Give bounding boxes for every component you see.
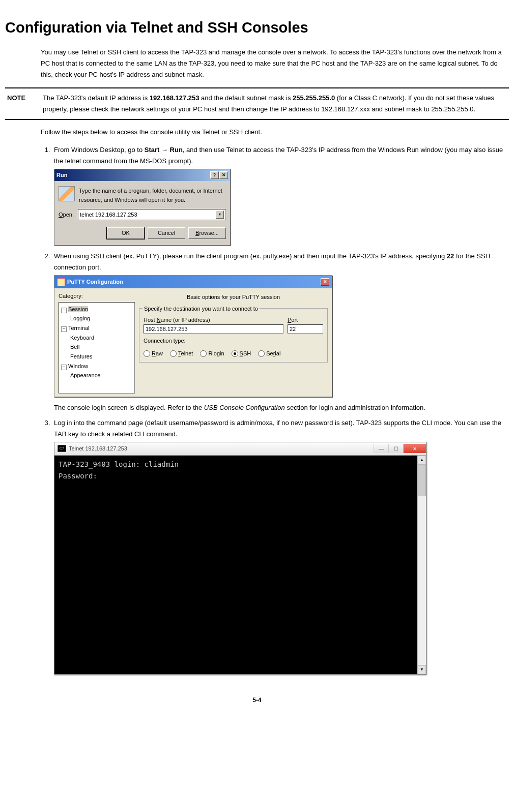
putty-icon	[57, 278, 65, 286]
minimize-icon[interactable]: —	[374, 444, 388, 453]
terminal-output[interactable]: TAP-323_9403 login: cliadminPassword:	[54, 456, 417, 674]
radio-telnet[interactable]: Telnet	[170, 349, 193, 358]
run-description: Type the name of a program, folder, docu…	[79, 186, 226, 205]
cmd-icon: C:\	[58, 445, 66, 452]
note-label: NOTE	[5, 93, 43, 115]
port-input[interactable]	[288, 324, 323, 334]
putty-titlebar: PuTTY Configuration ✕	[54, 276, 332, 288]
run-titlebar: Run ? ✕	[54, 169, 230, 181]
telnet-window: C:\ Telnet 192.168.127.253 — ☐ ✕ TAP-323…	[54, 442, 426, 675]
host-label: Host Name (or IP address)	[144, 315, 283, 325]
note-text: The TAP-323's default IP address is 192.…	[43, 93, 509, 115]
scroll-up-icon[interactable]: ▲	[418, 456, 426, 465]
follow-text: Follow the steps below to access the con…	[41, 127, 504, 138]
note-block: NOTE The TAP-323's default IP address is…	[5, 87, 509, 120]
radio-rlogin[interactable]: Rlogin	[200, 349, 224, 358]
step-3: Log in into the command page (default us…	[52, 417, 504, 675]
category-label: Category:	[59, 291, 135, 301]
category-tree[interactable]: −Session Logging −Terminal Keyboard Bell…	[59, 302, 135, 394]
run-title-text: Run	[56, 170, 67, 180]
help-icon[interactable]: ?	[210, 171, 219, 179]
scroll-thumb[interactable]	[418, 465, 426, 496]
putty-title-text: PuTTY Configuration	[67, 277, 123, 287]
cancel-button[interactable]: Cancel	[148, 227, 185, 239]
scroll-down-icon[interactable]: ▼	[418, 665, 426, 674]
chevron-down-icon[interactable]: ▼	[216, 210, 224, 219]
close-icon[interactable]: ✕	[321, 278, 329, 286]
connection-type-label: Connection type:	[144, 336, 323, 346]
radio-ssh[interactable]: SSH	[232, 349, 251, 358]
putty-header: Basic options for your PuTTY session	[139, 291, 328, 305]
radio-serial[interactable]: Serial	[258, 349, 280, 358]
page-number: 5-4	[5, 695, 509, 705]
run-dialog: Run ? ✕ Type the name of a program, fold…	[54, 169, 231, 246]
port-label: Port	[288, 315, 323, 325]
step-1: From Windows Desktop, go to Start → Run,…	[52, 144, 504, 246]
telnet-titlebar: C:\ Telnet 192.168.127.253 — ☐ ✕	[54, 442, 426, 456]
run-app-icon	[59, 186, 75, 201]
close-icon[interactable]: ✕	[403, 444, 426, 453]
open-input[interactable]: telnet 192.168.127.253 ▼	[78, 209, 226, 220]
page-title: Configuration via Telnet and SSH Console…	[5, 15, 509, 40]
host-input[interactable]	[144, 324, 283, 334]
ok-button[interactable]: OK	[107, 227, 145, 239]
putty-dialog: PuTTY Configuration ✕ Category: −Session…	[54, 275, 332, 397]
close-icon[interactable]: ✕	[219, 171, 228, 179]
scrollbar[interactable]: ▲ ▼	[417, 456, 426, 674]
radio-raw[interactable]: Raw	[144, 349, 163, 358]
intro-paragraph: You may use Telnet or SSH client to acce…	[41, 47, 504, 80]
telnet-title-text: Telnet 192.168.127.253	[69, 444, 127, 454]
browse-button[interactable]: Browse...	[188, 227, 226, 239]
destination-group: Specify the destination you want to conn…	[139, 308, 328, 363]
step-2: When using SSH client (ex. PuTTY), pleas…	[52, 251, 504, 413]
maximize-icon[interactable]: ☐	[388, 444, 403, 453]
open-label: Open:	[59, 210, 75, 220]
